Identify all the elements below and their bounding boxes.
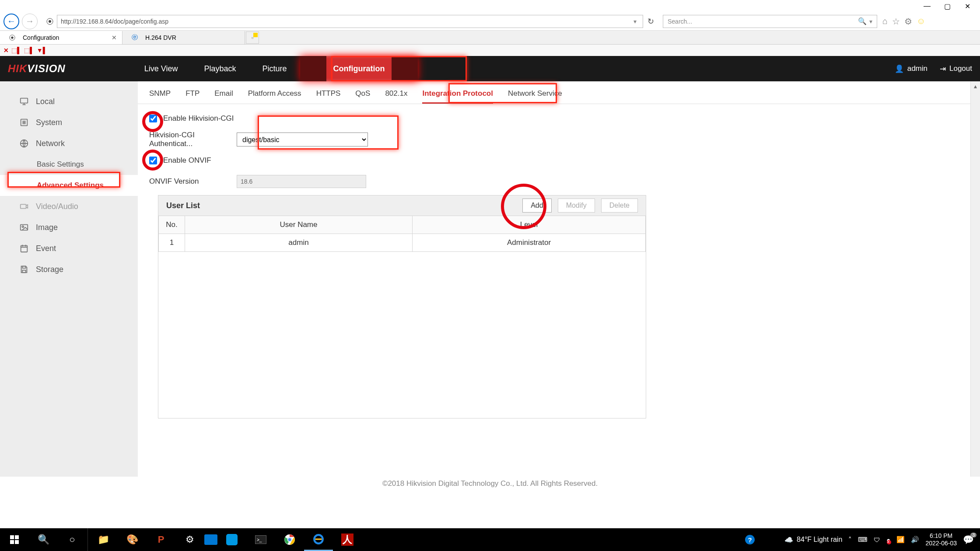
taskbar-search[interactable]: 🔍	[29, 528, 58, 551]
nav-playback[interactable]: Playback	[191, 56, 249, 81]
refresh-button[interactable]: ↻	[643, 17, 658, 26]
svg-rect-8	[21, 225, 28, 230]
sidebar-item-system[interactable]: System	[0, 112, 138, 133]
favorites-icon[interactable]: ☆	[892, 16, 900, 27]
taskbar-paint[interactable]: 🎨	[118, 528, 147, 551]
help-icon[interactable]: ?	[745, 535, 755, 544]
sidebar-item-local[interactable]: Local	[0, 91, 138, 112]
scroll-up-icon[interactable]: ▴	[971, 81, 980, 91]
sidebar-item-storage[interactable]: Storage	[0, 259, 138, 280]
content-area: SNMP FTP Email Platform Access HTTPS QoS…	[138, 81, 980, 477]
tab-network-service[interactable]: Network Service	[508, 89, 562, 104]
sidebar-item-image[interactable]: Image	[0, 217, 138, 238]
taskbar-explorer[interactable]: 📁	[89, 528, 118, 551]
close-icon[interactable]: ✕	[963, 2, 971, 10]
tab-https[interactable]: HTTPS	[316, 89, 341, 104]
taskbar-terminal[interactable]: >_	[246, 528, 275, 551]
image-icon	[19, 223, 29, 232]
volume-icon[interactable]: 🔊	[911, 536, 919, 544]
search-dropdown-icon[interactable]: ▾	[869, 18, 872, 25]
taskbar-chrome[interactable]	[275, 528, 304, 551]
addon-icon-3[interactable]: ▼▌	[37, 47, 47, 54]
taskbar-app1[interactable]	[204, 534, 217, 545]
smiley-icon[interactable]: ☺	[917, 16, 925, 27]
taskbar-adobe[interactable]: 人	[333, 528, 362, 551]
keyboard-icon[interactable]: ⌨	[858, 536, 868, 544]
checkbox-enable-cgi[interactable]	[149, 115, 157, 122]
tab-close-icon[interactable]: ✕	[112, 34, 117, 41]
sidebar-item-event[interactable]: Event	[0, 238, 138, 259]
nav-live-view[interactable]: Live View	[131, 56, 191, 81]
tray-icon-2[interactable]: ●✕	[886, 536, 890, 544]
addon-icon-1[interactable]: ⬚▌	[11, 47, 21, 54]
delete-button[interactable]: Delete	[601, 199, 638, 213]
tab-dvr[interactable]: ⓔ H.264 DVR	[122, 31, 245, 44]
modify-button[interactable]: Modify	[558, 199, 595, 213]
home-icon[interactable]: ⌂	[882, 16, 888, 27]
start-button[interactable]	[0, 528, 29, 551]
nav-picture[interactable]: Picture	[249, 56, 300, 81]
tab-email[interactable]: Email	[214, 89, 233, 104]
main-nav: Live View Playback Picture Configuration	[131, 56, 418, 81]
tab-integration-protocol[interactable]: Integration Protocol	[422, 89, 493, 104]
address-bar[interactable]: http://192.168.8.64/doc/page/config.asp …	[57, 15, 643, 28]
tray-icon-1[interactable]: 🛡	[874, 536, 880, 544]
table-row[interactable]: 1 admin Administrator	[159, 234, 646, 252]
svg-rect-12	[22, 270, 25, 273]
add-button[interactable]: Add	[522, 199, 551, 213]
browser-search[interactable]: Search... 🔍 ▾	[663, 15, 877, 28]
tab-configuration[interactable]: Configuration ✕	[0, 31, 122, 44]
sidebar-item-advanced-settings[interactable]: Advanced Settings	[0, 175, 138, 196]
wifi-icon[interactable]: 📶	[896, 536, 905, 544]
svg-rect-16	[15, 540, 19, 544]
new-tab-button[interactable]: ▫	[246, 31, 259, 44]
addon-icon-2[interactable]: ⬚▌	[24, 47, 34, 54]
list-icon	[19, 118, 29, 127]
tab-ftp[interactable]: FTP	[186, 89, 200, 104]
scrollbar[interactable]: ▴	[970, 81, 980, 477]
window-controls: — ▢ ✕	[0, 0, 980, 12]
gear-icon[interactable]: ⚙	[904, 16, 912, 27]
minimize-icon[interactable]: —	[923, 2, 931, 10]
browser-tabs: Configuration ✕ ⓔ H.264 DVR ▫	[0, 31, 980, 45]
svg-point-3	[11, 36, 13, 38]
label-enable-onvif: Enable ONVIF	[163, 156, 211, 165]
sidebar-item-basic-settings[interactable]: Basic Settings	[0, 154, 138, 175]
addon-close-icon[interactable]: ✕	[4, 47, 9, 54]
select-cgi-auth[interactable]: digest/basic	[237, 133, 368, 146]
taskbar-weather[interactable]: ☁️ 84°F Light rain	[784, 536, 842, 544]
taskbar-settings[interactable]: ⚙	[175, 528, 204, 551]
action-center-icon[interactable]: 💬3	[963, 534, 974, 545]
system-tray: ? ☁️ 84°F Light rain ˄ ⌨ 🛡 ●✕ 📶 🔊 6:10 P…	[745, 532, 980, 547]
sidebar-item-video-audio[interactable]: Video/Audio	[0, 196, 138, 217]
maximize-icon[interactable]: ▢	[943, 2, 951, 10]
cell-username: admin	[185, 234, 413, 252]
weather-icon: ☁️	[784, 536, 793, 544]
taskbar-cortana[interactable]: ○	[58, 528, 87, 551]
svg-rect-13	[10, 535, 14, 539]
url-dropdown-icon[interactable]: ▾	[631, 18, 639, 25]
taskbar-app2[interactable]	[217, 528, 246, 551]
tab-qos[interactable]: QoS	[355, 89, 370, 104]
col-username: User Name	[185, 216, 413, 234]
tray-expand-icon[interactable]: ˄	[848, 536, 852, 544]
nav-configuration[interactable]: Configuration	[300, 56, 418, 81]
taskbar-powerpoint[interactable]: P	[147, 528, 175, 551]
svg-rect-10	[21, 246, 28, 252]
label-enable-cgi: Enable Hikvision-CGI	[163, 114, 234, 123]
search-icon[interactable]: 🔍	[858, 17, 867, 25]
tab-snmp[interactable]: SNMP	[149, 89, 171, 104]
taskbar-ie[interactable]	[304, 528, 333, 551]
search-placeholder: Search...	[668, 18, 692, 25]
back-button[interactable]: ←	[4, 14, 19, 29]
logout-button[interactable]: ⇥ Logout	[940, 64, 972, 73]
checkbox-enable-onvif[interactable]	[149, 157, 157, 164]
current-user[interactable]: 👤 admin	[895, 64, 928, 73]
tab-8021x[interactable]: 802.1x	[385, 89, 407, 104]
tab-platform-access[interactable]: Platform Access	[248, 89, 301, 104]
addon-bar: ✕ ⬚▌ ⬚▌ ▼▌	[0, 45, 980, 56]
site-favicon	[46, 17, 54, 26]
forward-button[interactable]: →	[22, 14, 38, 29]
taskbar-clock[interactable]: 6:10 PM 2022-06-03	[925, 532, 957, 547]
sidebar-item-network[interactable]: Network	[0, 133, 138, 154]
